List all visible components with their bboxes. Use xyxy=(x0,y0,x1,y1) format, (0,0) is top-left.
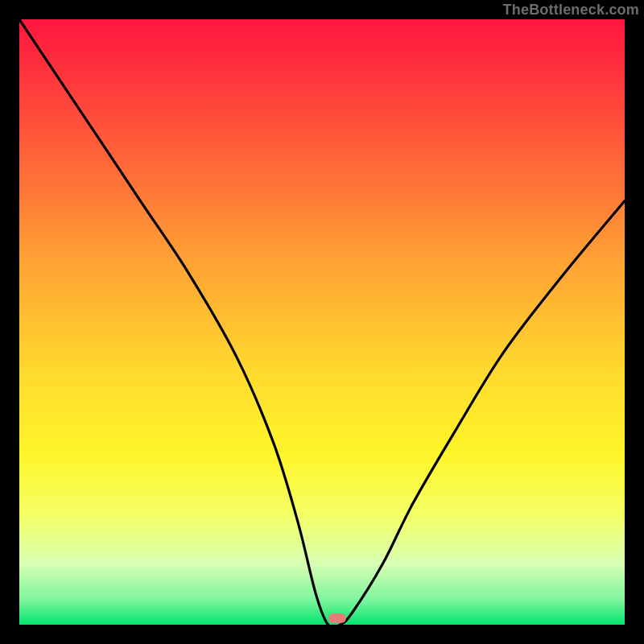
optimal-point-marker xyxy=(328,613,346,623)
watermark-text: TheBottleneck.com xyxy=(503,2,639,19)
bottleneck-chart-svg xyxy=(19,19,625,625)
gradient-background xyxy=(19,19,625,625)
plot-area xyxy=(19,19,625,625)
chart-frame: TheBottleneck.com xyxy=(0,0,644,644)
